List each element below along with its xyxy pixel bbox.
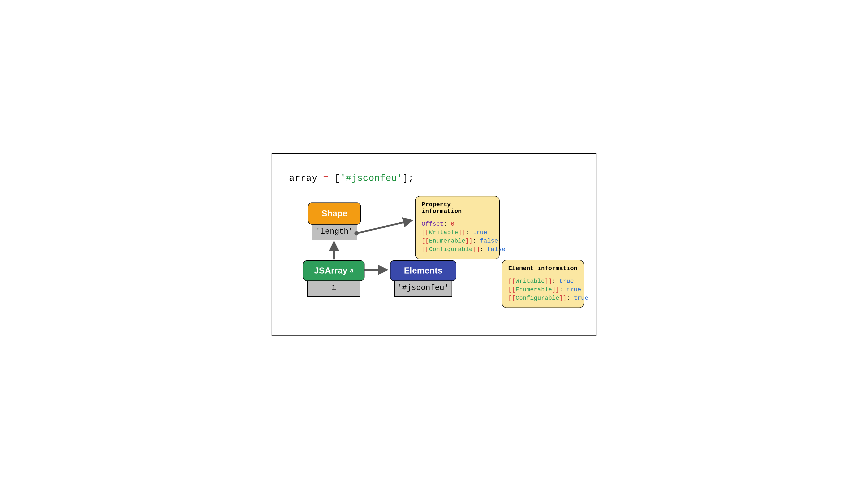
property-info-title: Property information — [422, 201, 493, 215]
code-bracket-open: [ — [335, 173, 340, 184]
elements-value: '#jsconfeu' — [397, 283, 449, 293]
elements-title: Elements — [404, 266, 442, 275]
code-string-open: ' — [340, 173, 346, 184]
code-declaration: array = ['#jsconfeu']; — [289, 173, 414, 184]
propinfo-writable: [[[[Writable]]Writable]]: true — [422, 228, 493, 237]
jsarray-length-value: 1 — [331, 283, 336, 293]
shape-length-slot: 'length' — [312, 223, 357, 240]
arrow-length-to-propinfo — [357, 220, 412, 233]
shape-title: Shape — [321, 209, 347, 218]
slide-frame: array = ['#jsconfeu']; Shape 'length' JS… — [272, 153, 596, 336]
elements-value-slot: '#jsconfeu' — [394, 279, 452, 297]
elements-box: Elements — [390, 260, 456, 281]
propinfo-configurable: [[Configurable]]: false — [422, 245, 493, 253]
code-string-val: #jsconfeu — [346, 173, 397, 184]
code-equals: = — [317, 173, 335, 184]
eleminfo-configurable: [[Configurable]]: true — [508, 294, 578, 302]
shape-length-label: 'length' — [316, 227, 353, 236]
propinfo-enumerable: [[Enumerable]]: false — [422, 237, 493, 245]
code-varname: array — [289, 173, 317, 184]
propinfo-offset: Offset: 0 — [422, 220, 493, 228]
jsarray-length-slot: 1 — [307, 279, 360, 297]
jsarray-box: JSArray a — [303, 260, 365, 281]
code-bracket-close: ] — [403, 173, 408, 184]
eleminfo-writable: [[Writable]]: true — [508, 277, 578, 285]
code-string-close: ' — [397, 173, 403, 184]
element-info-title: Element information — [508, 265, 578, 272]
element-info-box: Element information [[Writable]]: true [… — [502, 260, 584, 308]
jsarray-title: JSArray — [314, 266, 347, 275]
eleminfo-enumerable: [[Enumerable]]: true — [508, 285, 578, 294]
code-semicolon: ; — [408, 173, 414, 184]
shape-box: Shape — [308, 203, 361, 224]
jsarray-suffix: a — [350, 267, 353, 274]
property-info-box: Property information Offset: 0 [[[[Writa… — [415, 196, 500, 259]
